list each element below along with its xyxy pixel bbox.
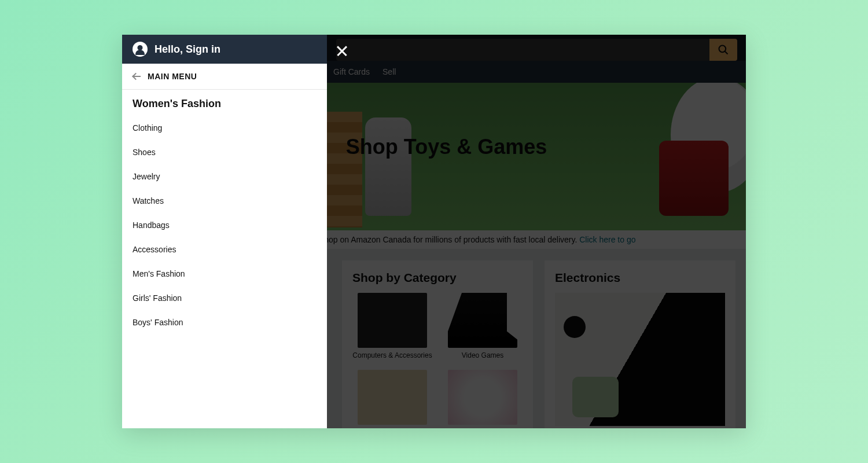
menu-item-jewelry[interactable]: Jewelry xyxy=(122,164,327,189)
menu-item-girls-fashion[interactable]: Girls' Fashion xyxy=(122,286,327,310)
side-menu: Hello, Sign in MAIN MENU Women's Fashion… xyxy=(122,35,327,428)
menu-item-accessories[interactable]: Accessories xyxy=(122,237,327,262)
menu-item-shoes[interactable]: Shoes xyxy=(122,140,327,164)
menu-item-clothing[interactable]: Clothing xyxy=(122,116,327,140)
menu-item-handbags[interactable]: Handbags xyxy=(122,213,327,237)
app-frame: Gift Cards Sell Shop Toys & Games azon.c… xyxy=(122,35,746,428)
side-menu-header[interactable]: Hello, Sign in xyxy=(122,35,327,64)
arrow-left-icon xyxy=(133,73,142,80)
close-menu-button[interactable] xyxy=(334,43,350,59)
avatar-icon xyxy=(133,42,148,57)
section-title: Women's Fashion xyxy=(122,90,327,116)
menu-item-boys-fashion[interactable]: Boys' Fashion xyxy=(122,310,327,335)
back-label: MAIN MENU xyxy=(148,72,197,81)
menu-item-watches[interactable]: Watches xyxy=(122,189,327,213)
greeting-text: Hello, Sign in xyxy=(155,43,220,56)
menu-item-mens-fashion[interactable]: Men's Fashion xyxy=(122,262,327,286)
main-menu-back[interactable]: MAIN MENU xyxy=(122,64,327,90)
